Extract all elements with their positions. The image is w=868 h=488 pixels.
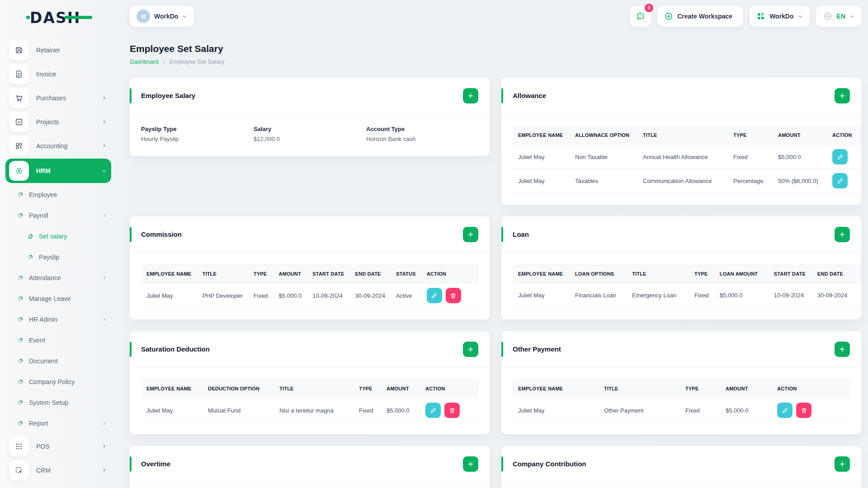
messages-button[interactable]: 0 xyxy=(630,6,651,27)
pencil-icon xyxy=(837,178,844,184)
table-cell: 10-09-2024 xyxy=(307,284,349,308)
column-header: Deduction Option xyxy=(203,379,274,399)
bullet-icon xyxy=(18,192,23,197)
sidebar-item-hrm[interactable]: HRM xyxy=(5,159,111,183)
sidebar-subitem-label: Manage Leave xyxy=(29,295,111,302)
column-header: Action xyxy=(420,379,478,399)
sidebar-item-company-policy[interactable]: Company Policy xyxy=(0,372,111,392)
column-header: Amount xyxy=(381,379,420,399)
add-overtime-button[interactable] xyxy=(463,456,478,472)
column-header: End Date xyxy=(349,264,391,284)
column-header: Title xyxy=(274,379,354,399)
table-cell: Fixed xyxy=(248,284,274,308)
allowance-card: Allowance Employee NameAllownace OptionT… xyxy=(501,78,861,205)
column-header: Employee Name xyxy=(513,264,570,284)
edit-button[interactable] xyxy=(777,403,793,418)
column-header: Loan Amount xyxy=(714,264,769,284)
sidebar-item-employee[interactable]: Employee xyxy=(0,185,111,205)
table-cell: Percentage xyxy=(728,169,773,193)
table-cell: Active xyxy=(391,284,421,308)
add-employee-salary-button[interactable] xyxy=(463,88,478,103)
table-row: Juliet MayMutual FundNisi a tenetur magn… xyxy=(141,399,478,422)
table-container: Employee NameTitleTypeAmountActionJuliet… xyxy=(501,367,861,434)
sidebar-item-retainer[interactable]: Retainer xyxy=(5,39,111,61)
table-cell: Taxables xyxy=(570,169,637,193)
action-cell xyxy=(827,169,861,193)
language-label: EN xyxy=(837,13,845,20)
sidebar-item-event[interactable]: Event xyxy=(0,330,111,350)
sidebar-subitem-label: Report xyxy=(29,420,102,427)
breadcrumb-dashboard-link[interactable]: Dashboard xyxy=(130,58,159,65)
hrm-icon xyxy=(9,161,29,181)
chevron-right-icon xyxy=(102,444,107,449)
sidebar-item-manage-leave[interactable]: Manage Leave xyxy=(0,289,111,309)
field-account-type: Account Type Horizon Bank cash xyxy=(366,126,478,142)
app-switcher-button[interactable]: WorkDo xyxy=(750,6,809,27)
table-cell: Communication Allowance xyxy=(637,169,728,193)
column-header: Start Date xyxy=(307,264,349,284)
app-logo[interactable]: DASH xyxy=(0,3,117,33)
table-cell: Juliet May xyxy=(513,169,570,193)
column-header: Start Date xyxy=(769,264,812,284)
sidebar-item-document[interactable]: Document xyxy=(0,351,111,371)
chevron-right-icon xyxy=(102,317,107,322)
table-cell: Juliet May xyxy=(513,145,570,169)
add-commission-button[interactable] xyxy=(463,227,478,242)
table-cell: Juliet May xyxy=(513,284,570,307)
chevron-down-icon xyxy=(798,14,803,19)
sidebar-item-accounting[interactable]: Accounting xyxy=(5,135,111,157)
table-row: Juliet MayPHP DeveloperFixed$5,000.010-0… xyxy=(141,284,478,308)
edit-button[interactable] xyxy=(832,149,848,164)
add-loan-button[interactable] xyxy=(835,227,850,242)
sidebar-item-pos[interactable]: POS xyxy=(5,435,111,457)
column-header: Loan Options xyxy=(570,264,627,284)
language-selector[interactable]: EN xyxy=(816,6,861,27)
add-saturation-deduction-button[interactable] xyxy=(463,342,478,357)
delete-button[interactable] xyxy=(446,288,461,303)
sidebar-item-payslip[interactable]: Payslip xyxy=(0,247,111,267)
sidebar-item-projects[interactable]: Projects xyxy=(5,111,111,133)
commission-table: Employee NameTitleTypeAmountStart DateEn… xyxy=(141,264,478,308)
edit-button[interactable] xyxy=(425,403,441,418)
loan-table: Employee NameLoan OptionsTitleTypeLoan A… xyxy=(513,264,861,308)
sidebar-item-label: Projects xyxy=(36,118,102,126)
sidebar-item-hr-admin[interactable]: HR Admin xyxy=(0,310,111,329)
field-value: Horizon Bank cash xyxy=(366,136,478,142)
sidebar-item-attendance[interactable]: Attendance xyxy=(0,268,111,288)
table-cell: Non Taxable xyxy=(570,145,637,169)
sidebar-item-crm[interactable]: CRM xyxy=(5,459,111,481)
sidebar-item-system-setup[interactable]: System Setup xyxy=(0,393,111,413)
chat-icon xyxy=(636,11,646,21)
column-header: Title xyxy=(627,264,689,284)
invoice-icon xyxy=(9,64,29,84)
table-cell: Fixed xyxy=(354,399,381,422)
sidebar-item-set-salary[interactable]: Set salary xyxy=(0,226,111,246)
sidebar-subitem-label: Set salary xyxy=(39,233,111,240)
sidebar-item-payroll[interactable]: Payroll xyxy=(0,206,111,225)
sidebar-item-label: HRM xyxy=(36,167,102,174)
card-header: Commission xyxy=(130,216,490,253)
sidebar-item-report[interactable]: Report xyxy=(0,413,111,433)
add-other-payment-button[interactable] xyxy=(835,342,850,357)
table-cell: $5,000.0 xyxy=(773,145,827,169)
create-workspace-button[interactable]: Create Workspace xyxy=(657,6,743,27)
delete-button[interactable] xyxy=(444,403,460,418)
card-title: Overtime xyxy=(141,460,170,468)
add-allowance-button[interactable] xyxy=(835,88,850,103)
edit-button[interactable] xyxy=(427,288,442,303)
card-header: Employee Salary xyxy=(130,78,490,114)
sidebar-nav: Retainer Invoice Purchases Projects xyxy=(0,33,117,481)
delete-button[interactable] xyxy=(796,403,811,418)
chevron-right-icon xyxy=(102,143,107,148)
table-cell: $5,000.0 xyxy=(381,399,420,422)
workspace-selector[interactable]: WorkDo xyxy=(130,6,194,27)
sidebar-item-invoice[interactable]: Invoice xyxy=(5,63,111,85)
bullet-icon xyxy=(18,276,23,280)
card-header: Loan xyxy=(501,216,861,253)
edit-button[interactable] xyxy=(832,173,848,188)
chevron-right-icon xyxy=(102,468,107,473)
table-cell: $5,000.0 xyxy=(720,399,772,422)
action-cell xyxy=(420,399,478,422)
sidebar-item-purchases[interactable]: Purchases xyxy=(5,87,111,109)
add-company-contribution-button[interactable] xyxy=(835,456,850,472)
